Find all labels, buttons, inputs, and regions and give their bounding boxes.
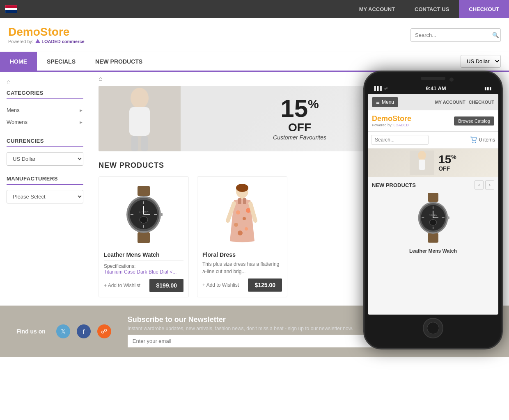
wishlist-dress[interactable]: + Add to Wishlist xyxy=(202,282,239,288)
currency-sidebar-select[interactable]: US Dollar xyxy=(7,152,83,166)
sidebar-item-mens[interactable]: Mens ► xyxy=(7,104,83,116)
mens-chevron-icon: ► xyxy=(79,108,83,113)
flag-icon xyxy=(5,5,17,13)
manufacturers-select[interactable]: Please Select xyxy=(7,190,83,203)
loaded-icon xyxy=(35,39,41,44)
svg-marker-0 xyxy=(35,39,40,43)
main-nav: HOME SPECIALS NEW PRODUCTS US Dollar xyxy=(0,52,509,72)
newsletter-section: Subscribe to our Newsletter Instant ward… xyxy=(128,315,493,347)
footer-social: Find us on 𝕏 f ☍ xyxy=(16,324,111,338)
checkout-link[interactable]: CHECKOUT xyxy=(459,0,509,18)
product-image-watch: CITIZEN xyxy=(104,182,183,247)
newsletter-desc: Instant wardrobe updates, new arrivals, … xyxy=(128,326,493,331)
logo-powered: Powered by: LOADED commerce xyxy=(8,39,85,44)
logo-loaded: LOADED commerce xyxy=(35,39,85,44)
search-bar: 🔍 xyxy=(410,28,501,42)
svg-point-26 xyxy=(234,223,238,227)
header: DemoStore Powered by: LOADED commerce 🔍 xyxy=(0,18,509,52)
add-to-cart-watch[interactable]: $199.00 xyxy=(149,279,183,292)
womens-chevron-icon: ► xyxy=(79,120,83,125)
svg-point-24 xyxy=(243,217,246,220)
page-body: ⌂ CATEGORIES Mens ► Womens ► CURRENCIES … xyxy=(0,72,509,306)
newsletter-form: ► xyxy=(128,335,493,347)
banner-subtitle: Customer Favourites xyxy=(273,134,326,141)
svg-point-2 xyxy=(131,88,149,108)
svg-point-27 xyxy=(245,227,248,231)
svg-rect-6 xyxy=(138,186,150,196)
home-icon: ⌂ xyxy=(7,78,83,86)
promo-banner: 15% OFF Customer Favourites xyxy=(99,86,501,151)
banner-off: OFF xyxy=(273,121,326,134)
svg-point-28 xyxy=(238,231,243,235)
svg-rect-7 xyxy=(138,232,150,243)
add-to-cart-dress[interactable]: $125.00 xyxy=(248,278,282,292)
newsletter-title: Subscribe to our Newsletter xyxy=(128,315,493,324)
spec-link-watch[interactable]: Titanium Case Dark Blue Dial <... xyxy=(104,269,177,275)
watch-svg: CITIZEN xyxy=(117,184,170,245)
product-desc-dress: This plus size dress has a flattering a-… xyxy=(202,260,282,275)
nav-specials[interactable]: SPECIALS xyxy=(37,52,85,71)
find-us-label: Find us on xyxy=(16,328,46,335)
logo: DemoStore Powered by: LOADED commerce xyxy=(8,25,85,44)
product-card-dress: Floral Dress This plus size dress has a … xyxy=(197,176,287,297)
product-name-watch: Leather Mens Watch xyxy=(104,251,183,258)
svg-text:CITIZEN: CITIZEN xyxy=(139,210,148,213)
product-spec-watch: Specifications: Titanium Case Dark Blue … xyxy=(104,260,183,275)
twitter-icon[interactable]: 𝕏 xyxy=(56,324,70,338)
nav-new-products[interactable]: NEW PRODUCTS xyxy=(85,52,152,71)
svg-rect-4 xyxy=(131,136,138,151)
product-card-watch: CITIZEN Leather Mens Watch Specification… xyxy=(99,176,189,297)
search-input[interactable] xyxy=(411,29,488,41)
search-button[interactable]: 🔍 xyxy=(488,29,501,41)
product-actions-watch: + Add to Wishlist $199.00 xyxy=(104,279,183,292)
svg-point-23 xyxy=(236,210,240,215)
currency-select[interactable]: US Dollar xyxy=(461,55,501,68)
product-name-dress: Floral Dress xyxy=(202,251,282,258)
footer: Find us on 𝕏 f ☍ Subscribe to our Newsle… xyxy=(0,306,509,357)
manufacturers-title: MANUFACTURERS xyxy=(7,176,83,185)
product-actions-dress: + Add to Wishlist $125.00 xyxy=(202,278,282,292)
facebook-icon[interactable]: f xyxy=(77,324,91,338)
svg-rect-3 xyxy=(129,107,150,136)
svg-rect-17 xyxy=(160,213,163,216)
top-bar: MY ACCOUNT CONTACT US CHECKOUT xyxy=(0,0,509,18)
nav-home[interactable]: HOME xyxy=(0,52,37,71)
products-grid: CITIZEN Leather Mens Watch Specification… xyxy=(99,176,501,297)
breadcrumb: ⌂ xyxy=(99,72,501,86)
product-image-dress xyxy=(202,182,282,247)
contact-us-link[interactable]: CONTACT US xyxy=(405,0,459,18)
my-account-link[interactable]: MY ACCOUNT xyxy=(349,0,405,18)
svg-point-18 xyxy=(140,217,148,223)
logo-title: DemoStore xyxy=(8,25,85,39)
model-figure xyxy=(99,86,181,151)
banner-text: 15% OFF Customer Favourites xyxy=(273,96,326,141)
logo-demo: Demo xyxy=(8,25,40,38)
banner-percent: 15% xyxy=(280,95,319,122)
svg-rect-32 xyxy=(243,198,246,204)
sidebar-item-womens[interactable]: Womens ► xyxy=(7,116,83,128)
currencies-title: CURRENCIES xyxy=(7,138,83,147)
svg-rect-5 xyxy=(141,136,148,151)
sidebar: ⌂ CATEGORIES Mens ► Womens ► CURRENCIES … xyxy=(0,72,90,306)
logo-store: Store xyxy=(40,25,70,38)
svg-point-21 xyxy=(236,184,248,192)
newsletter-submit[interactable]: ► xyxy=(474,335,493,347)
newsletter-input[interactable] xyxy=(128,335,474,347)
wishlist-watch[interactable]: + Add to Wishlist xyxy=(104,283,140,288)
rss-icon[interactable]: ☍ xyxy=(97,324,111,338)
dress-svg xyxy=(222,184,263,245)
categories-title: CATEGORIES xyxy=(7,90,83,99)
svg-rect-31 xyxy=(238,198,241,204)
main-content: ⌂ 15% OFF Customer Favourites xyxy=(90,72,509,306)
new-products-title: NEW PRODUCTS xyxy=(99,161,501,170)
banner-model xyxy=(99,86,181,151)
